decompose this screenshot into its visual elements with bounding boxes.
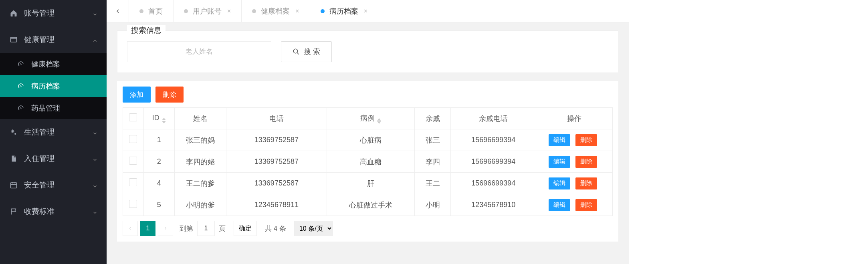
row-delete-button[interactable]: 删除 <box>575 177 597 189</box>
sidebar-sub-label: 健康档案 <box>31 59 60 69</box>
sidebar-item-health[interactable]: 健康管理 <box>0 26 107 53</box>
gears-icon <box>9 128 18 136</box>
tab-dot <box>321 9 325 13</box>
cell-id: 2 <box>143 151 174 173</box>
sidebar-label: 生活管理 <box>24 127 55 137</box>
row-checkbox[interactable] <box>129 200 137 208</box>
sidebar-submenu-health: 健康档案 病历档案 药品管理 <box>0 53 107 119</box>
pager-goto-input[interactable] <box>197 221 215 236</box>
checkbox-all[interactable] <box>129 113 137 121</box>
tab-medical-records[interactable]: 病历档案 × <box>310 0 378 22</box>
col-name: 姓名 <box>174 108 226 129</box>
sidebar-sub-medicine[interactable]: 药品管理 <box>0 97 107 119</box>
close-icon[interactable]: × <box>364 8 367 15</box>
row-edit-button[interactable]: 编辑 <box>549 199 570 211</box>
pager-prev[interactable] <box>123 221 138 236</box>
cell-phone: 12345678911 <box>226 194 327 216</box>
search-button-label: 搜 索 <box>304 47 320 56</box>
svg-line-9 <box>297 52 299 54</box>
sort-icon[interactable] <box>377 118 381 124</box>
svg-rect-0 <box>11 37 17 42</box>
tab-label: 用户账号 <box>193 6 222 16</box>
row-checkbox[interactable] <box>129 178 137 186</box>
cell-case: 肝 <box>327 173 415 194</box>
svg-point-3 <box>14 133 16 135</box>
search-input-elder-name[interactable] <box>127 41 271 62</box>
row-delete-button[interactable]: 删除 <box>575 134 597 146</box>
sidebar-sub-medical-records[interactable]: 病历档案 <box>0 75 107 97</box>
main-content: 首页 用户账号 × 健康档案 × 病历档案 × 搜索信息 搜 索 <box>107 0 629 264</box>
cell-relative-phone: 15696699394 <box>451 173 536 194</box>
right-blank-pane <box>629 0 868 264</box>
cell-id: 4 <box>143 173 174 194</box>
sidebar-item-life[interactable]: 生活管理 <box>0 119 107 145</box>
cell-case: 高血糖 <box>327 151 415 173</box>
search-button[interactable]: 搜 索 <box>281 41 332 62</box>
row-edit-button[interactable]: 编辑 <box>549 177 570 189</box>
cell-name: 张三的妈 <box>174 129 226 151</box>
gauge-icon <box>16 105 26 112</box>
row-delete-button[interactable]: 删除 <box>575 156 597 168</box>
chevron-down-icon <box>92 209 98 214</box>
cell-ops: 编辑 删除 <box>536 194 613 216</box>
svg-point-8 <box>293 49 298 53</box>
table-row: 4王二的爹13369752587肝王二15696699394编辑 删除 <box>123 173 613 194</box>
tab-dot <box>252 9 256 13</box>
calendar-icon <box>9 181 18 189</box>
chevron-down-icon <box>92 10 98 16</box>
sidebar: 账号管理 健康管理 健康档案 病历档案 药品管理 <box>0 0 107 264</box>
tabs-back-button[interactable] <box>107 0 129 22</box>
tab-user-account[interactable]: 用户账号 × <box>174 0 242 22</box>
tab-dot <box>184 9 188 13</box>
col-phone: 电话 <box>226 108 327 129</box>
cell-ops: 编辑 删除 <box>536 173 613 194</box>
table-row: 2李四的姥13369752587高血糖李四15696699394编辑 删除 <box>123 151 613 173</box>
col-ops: 操作 <box>536 108 613 129</box>
tab-home[interactable]: 首页 <box>129 0 174 22</box>
add-button[interactable]: 添加 <box>123 87 151 103</box>
delete-button[interactable]: 删除 <box>155 87 184 103</box>
tab-label: 健康档案 <box>261 6 290 16</box>
cell-relative-phone: 12345678910 <box>451 194 536 216</box>
close-icon[interactable]: × <box>295 8 299 15</box>
table-toolbar: 添加 删除 <box>123 87 613 103</box>
chevron-down-icon <box>92 129 98 135</box>
pager-per-page[interactable]: 10 条/页 <box>294 221 333 236</box>
sidebar-item-account[interactable]: 账号管理 <box>0 0 107 26</box>
sort-icon[interactable] <box>162 118 166 123</box>
pager-page-1[interactable]: 1 <box>140 221 155 236</box>
tab-dot <box>139 9 143 13</box>
search-legend: 搜索信息 <box>127 25 166 36</box>
cell-name: 王二的爹 <box>174 173 226 194</box>
pager-confirm[interactable]: 确定 <box>234 221 257 236</box>
pagination: 1 到第 页 确定 共 4 条 10 条/页 <box>123 221 613 236</box>
sidebar-sub-health-records[interactable]: 健康档案 <box>0 53 107 75</box>
cell-phone: 13369752587 <box>226 129 327 151</box>
row-edit-button[interactable]: 编辑 <box>549 134 570 146</box>
row-checkbox[interactable] <box>129 157 137 165</box>
sidebar-item-security[interactable]: 安全管理 <box>0 172 107 198</box>
cell-relative: 王二 <box>415 173 451 194</box>
row-delete-button[interactable]: 删除 <box>575 199 597 211</box>
pager-next[interactable] <box>158 221 173 236</box>
sidebar-item-checkin[interactable]: 入住管理 <box>0 145 107 172</box>
table-row: 5小明的爹12345678911心脏做过手术小明12345678910编辑 删除 <box>123 194 613 216</box>
cell-phone: 13369752587 <box>226 173 327 194</box>
tab-label: 病历档案 <box>329 6 358 16</box>
sidebar-sub-label: 药品管理 <box>31 103 60 113</box>
table-row: 1张三的妈13369752587心脏病张三15696699394编辑 删除 <box>123 129 613 151</box>
cell-ops: 编辑 删除 <box>536 129 613 151</box>
tab-health-records[interactable]: 健康档案 × <box>242 0 310 22</box>
sidebar-sub-label: 病历档案 <box>31 81 60 91</box>
home-icon <box>9 9 18 17</box>
sidebar-item-fees[interactable]: 收费标准 <box>0 198 107 225</box>
cell-name: 小明的爹 <box>174 194 226 216</box>
close-icon[interactable]: × <box>227 8 231 15</box>
row-edit-button[interactable]: 编辑 <box>549 156 570 168</box>
row-checkbox[interactable] <box>129 135 137 143</box>
sidebar-label: 安全管理 <box>24 180 55 190</box>
cell-phone: 13369752587 <box>226 151 327 173</box>
chevron-up-icon <box>92 37 98 42</box>
page-body: 搜索信息 搜 索 添加 删除 ID 姓名 <box>107 22 629 250</box>
sidebar-label: 健康管理 <box>24 34 55 45</box>
